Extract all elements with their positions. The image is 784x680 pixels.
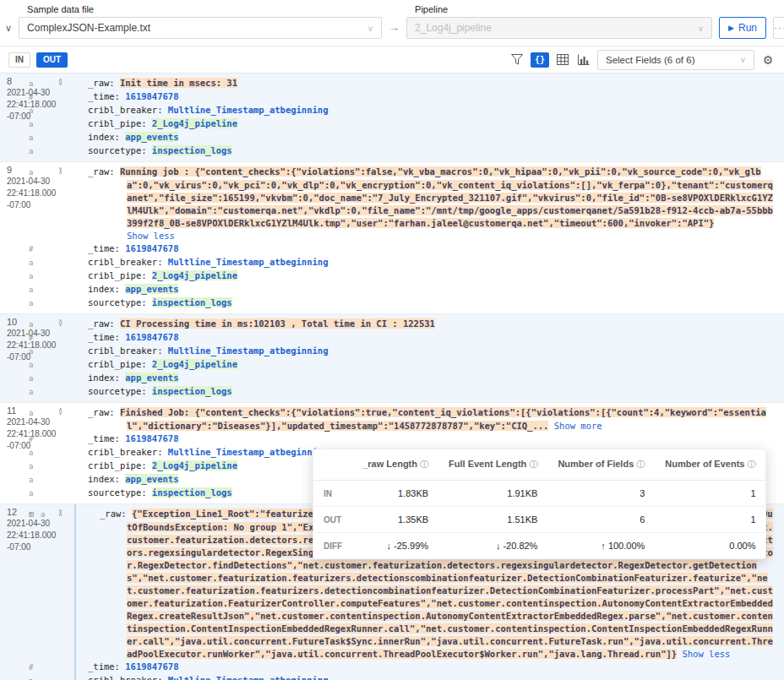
field-type-icon: a (78, 145, 88, 158)
field-type-icon: a (78, 447, 88, 460)
arrow-right-icon: → (389, 21, 400, 39)
field-value: 1619847678 (125, 91, 178, 101)
event-row: 8∧∨2021-04-3022:41:18.000-07:00a_raw: In… (0, 73, 784, 162)
out-tab[interactable]: OUT (36, 52, 68, 68)
info-icon[interactable]: ⓘ (420, 460, 428, 469)
stats-header-row: _raw Length ⓘFull Event Length ⓘNumber o… (313, 449, 766, 481)
stats-row: DIFF↓ -25.99%↓ -20.82%↑ 100.00%0.00% (313, 533, 766, 559)
field-value: app_events (125, 284, 178, 294)
stats-corner-cell (313, 449, 352, 481)
event-date: 2021-04-30 (7, 176, 63, 188)
field-value: Finished Job: {"content_checks":{"violat… (120, 407, 766, 431)
filter-icon[interactable] (509, 52, 525, 68)
pipeline-select[interactable]: 2_Log4j_pipeline ∨ (406, 17, 712, 39)
field-row: aindex: app_events (78, 283, 774, 296)
event-list: 8∧∨2021-04-3022:41:18.000-07:00a_raw: In… (0, 73, 784, 680)
field-key: cribl_pipe: (88, 460, 152, 471)
stats-column-header: Number of Fields ⓘ (547, 449, 655, 481)
show-toggle-link[interactable]: Show more (554, 421, 602, 431)
field-value: app_events (125, 474, 178, 484)
field-key: cribl_breaker: (88, 447, 168, 457)
field-type-icon: a (78, 373, 88, 385)
event-number: 9 (7, 165, 12, 175)
expand-event-icon[interactable]: ∧∨ (58, 405, 63, 415)
json-view-icon[interactable]: {} (531, 52, 549, 68)
field-row: aindex: app_events (78, 372, 774, 385)
expand-json-icon[interactable]: ⊞ (78, 508, 90, 520)
field-value: Multline_Timestamp_atbeginning (168, 345, 329, 356)
field-row: a_raw: CI Processing time in ms:102103 ,… (78, 318, 774, 331)
field-type-icon: a (78, 675, 88, 680)
field-value: 2_Log4j_pipeline (152, 460, 237, 471)
info-icon[interactable]: ⓘ (748, 460, 756, 469)
stats-value: 1.35KB (352, 507, 438, 533)
field-type-icon: a (90, 509, 100, 521)
chart-view-icon[interactable] (576, 52, 591, 68)
field-key: _time: (88, 243, 125, 253)
collapse-event-icon[interactable]: ∨∧ (58, 507, 63, 516)
info-icon[interactable]: ⓘ (529, 460, 537, 469)
field-value: 2_Log4j_pipeline (152, 270, 237, 280)
event-fields: a_raw: Init time in msecs: 31#_time: 161… (74, 73, 784, 161)
field-row: acribl_breaker: Multline_Timestamp_atbeg… (78, 104, 774, 117)
field-row: #_time: 1619847678 (78, 90, 774, 104)
stats-value: 1.91KB (438, 481, 547, 507)
show-toggle-link[interactable]: Show less (127, 231, 175, 241)
event-date: 2021-04-30 (7, 87, 63, 99)
field-type-icon: a (78, 345, 88, 358)
pipeline-value: 2_Log4j_pipeline (415, 22, 492, 34)
info-icon[interactable]: ⓘ (636, 460, 645, 469)
event-gutter: 12∨∧2021-04-3022:41:18.000-07:00 (0, 504, 74, 680)
field-value: Multline_Timestamp_atbeginning (168, 675, 329, 680)
field-row: asourcetype: inspection_logs (78, 144, 774, 158)
field-type-icon: a (78, 297, 88, 310)
field-key: cribl_breaker: (88, 105, 168, 115)
sample-file-select[interactable]: ComplexJSON-Example.txt ∨ (19, 17, 382, 39)
event-number: 12 (7, 507, 17, 517)
expand-event-icon[interactable]: ∧∨ (58, 76, 63, 85)
collapse-panel-chevron-icon[interactable]: ∨ (5, 17, 12, 39)
event-date: 2021-04-30 (7, 328, 63, 340)
in-tab[interactable]: IN (8, 52, 30, 68)
expand-event-icon[interactable]: ∧∨ (58, 317, 63, 326)
preview-pane: { "colors": { "accent_blue": "#1668dc", … (0, 0, 784, 680)
preview-toolbar: IN OUT {} Select Fields (6 of 6) ∨ ⚙ (0, 46, 784, 73)
field-type-icon: a (78, 118, 88, 131)
collapse-event-icon[interactable]: ∨∧ (58, 165, 63, 174)
stats-column-header: _raw Length ⓘ (352, 449, 438, 481)
event-gutter-header: 12∨∧ (7, 507, 63, 517)
pipeline-group: Pipeline 2_Log4j_pipeline ∨ (406, 4, 712, 39)
show-toggle-link[interactable]: Show less (682, 649, 730, 659)
stats-row: IN1.83KB1.91KB31 (313, 481, 766, 507)
event-time: 22:41:18.000 (7, 340, 63, 351)
field-key: sourcetype: (88, 297, 152, 307)
field-value: inspection_logs (152, 145, 232, 155)
field-value: Multline_Timestamp_atbeginning (168, 447, 329, 457)
event-gutter-header: 8∧∨ (7, 76, 63, 86)
field-type-icon: a (78, 359, 88, 372)
event-number: 11 (7, 405, 16, 416)
table-view-icon[interactable] (555, 52, 570, 68)
run-button[interactable]: ▶ Run (719, 17, 766, 39)
event-fields: a_raw: Running job : {"content_checks":{… (74, 162, 784, 313)
event-gutter-header: 10∧∨ (7, 317, 63, 327)
sample-toolbar: ∨ Sample data file ComplexJSON-Example.t… (0, 0, 784, 46)
stats-value: 1.83KB (352, 481, 438, 507)
field-type-icon: a (78, 487, 88, 500)
select-fields-dropdown[interactable]: Select Fields (6 of 6) ∨ (597, 50, 754, 70)
event-gutter: 9∨∧2021-04-3022:41:18.000-07:00 (0, 162, 74, 313)
gear-icon[interactable]: ⚙ (760, 52, 776, 68)
field-value: 1619847678 (125, 433, 178, 443)
stats-value: 1 (655, 507, 765, 533)
field-key: cribl_breaker: (88, 345, 168, 356)
field-type-icon: a (78, 386, 88, 399)
chevron-down-icon: ∨ (698, 24, 704, 33)
more-options-button[interactable]: ··· (773, 17, 784, 39)
event-gutter: 11∧∨2021-04-3022:41:18.000-07:00 (0, 403, 74, 503)
stats-row-label: DIFF (313, 533, 352, 559)
event-timezone: -07:00 (7, 111, 63, 122)
stats-table: _raw Length ⓘFull Event Length ⓘNumber o… (313, 449, 766, 558)
event-row: 9∨∧2021-04-3022:41:18.000-07:00a_raw: Ru… (0, 162, 784, 314)
field-key: index: (88, 132, 125, 142)
field-key: index: (88, 373, 125, 383)
